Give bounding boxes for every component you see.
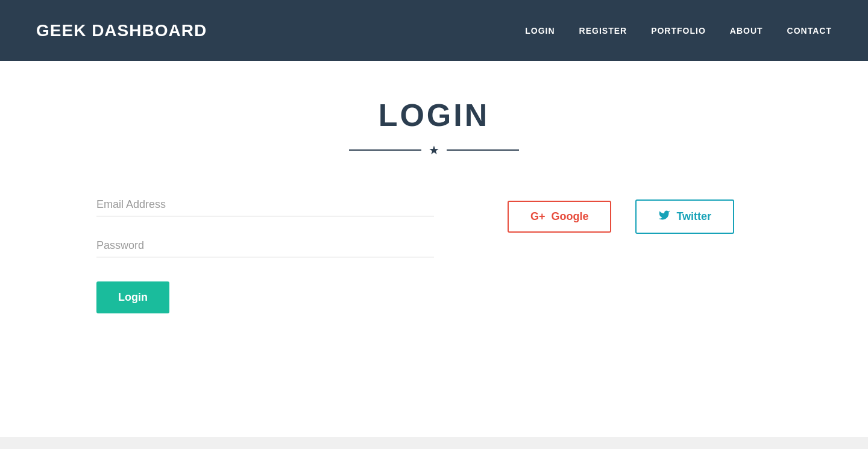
nav-links: LOGIN REGISTER PORTFOLIO ABOUT CONTACT	[525, 25, 832, 36]
title-divider: ★	[36, 143, 832, 157]
navbar: GEEK DASHBOARD LOGIN REGISTER PORTFOLIO …	[0, 0, 868, 61]
nav-login[interactable]: LOGIN	[525, 26, 555, 36]
twitter-bird-icon	[658, 209, 670, 224]
divider-line-right	[447, 149, 519, 151]
email-form-group	[96, 193, 434, 216]
page-title: LOGIN	[36, 97, 832, 133]
brand-logo[interactable]: GEEK DASHBOARD	[36, 21, 207, 40]
twitter-label: Twitter	[676, 210, 711, 223]
password-form-group	[96, 234, 434, 257]
password-input[interactable]	[96, 234, 434, 257]
main-content: LOGIN ★ Login G+ Google	[0, 61, 868, 338]
social-section: G+ Google Twitter	[470, 193, 772, 234]
nav-contact[interactable]: CONTACT	[787, 26, 832, 36]
google-label: Google	[551, 210, 588, 223]
footer-bar	[0, 437, 868, 449]
login-button[interactable]: Login	[96, 281, 169, 313]
divider-star-icon: ★	[429, 143, 439, 157]
divider-line-left	[349, 149, 421, 151]
nav-portfolio[interactable]: PORTFOLIO	[651, 26, 706, 36]
nav-register[interactable]: REGISTER	[579, 26, 627, 36]
login-form: Login	[96, 193, 434, 313]
google-icon: G+	[530, 210, 546, 223]
nav-about[interactable]: ABOUT	[730, 26, 763, 36]
email-input[interactable]	[96, 193, 434, 216]
page-title-section: LOGIN ★	[36, 97, 832, 157]
form-section: Login G+ Google Twitter	[36, 193, 832, 313]
google-login-button[interactable]: G+ Google	[508, 201, 612, 233]
twitter-login-button[interactable]: Twitter	[635, 199, 734, 234]
